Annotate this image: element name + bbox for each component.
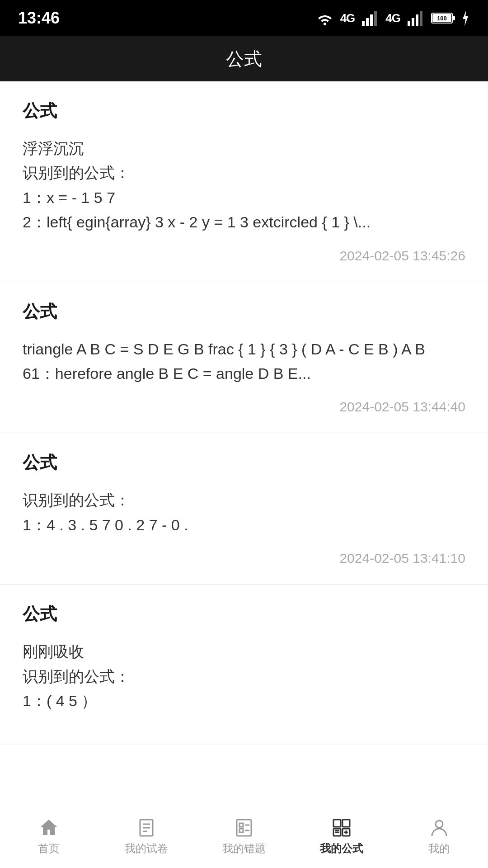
signal-bars-2	[406, 8, 426, 28]
status-bar: 13:46 4G 4G 100	[0, 0, 488, 36]
signal-bars-1	[360, 8, 380, 28]
exams-icon	[136, 818, 156, 838]
svg-rect-23	[343, 820, 350, 827]
formula-tag-2: 公式	[23, 300, 465, 323]
battery-icon: 100	[431, 11, 455, 25]
tab-exams-label: 我的试卷	[125, 841, 168, 856]
formula-card-4[interactable]: 公式 刚刚吸收 识别到的公式： 1：( 4 5 ）	[0, 585, 488, 745]
svg-marker-12	[463, 10, 468, 26]
formula-content-4: 刚刚吸收 识别到的公式： 1：( 4 5 ）	[23, 639, 465, 713]
content-area: 公式 浮浮沉沉 识别到的公式： 1：x = - 1 5 7 2：left{ eg…	[0, 81, 488, 805]
formula-content-2: triangle A B C = S D E G B frac { 1 } { …	[23, 337, 465, 386]
svg-rect-7	[420, 11, 422, 26]
formula-card-2[interactable]: 公式 triangle A B C = S D E G B frac { 1 }…	[0, 282, 488, 434]
tab-exams[interactable]: 我的试卷	[98, 818, 195, 856]
nav-title: 公式	[226, 47, 262, 71]
formula-content-1: 浮浮沉沉 识别到的公式： 1：x = - 1 5 7 2：left{ egin{…	[23, 136, 465, 235]
formula-time-1: 2024-02-05 13:45:26	[23, 248, 465, 264]
svg-rect-1	[366, 18, 369, 26]
errors-icon	[234, 818, 254, 838]
svg-rect-19	[239, 829, 243, 832]
nav-bar: 公式	[0, 36, 488, 81]
home-icon	[39, 818, 59, 838]
tab-bar: 首页 我的试卷 我的错题	[0, 805, 488, 868]
formula-time-3: 2024-02-05 13:41:10	[23, 551, 465, 566]
tab-home-label: 首页	[38, 841, 60, 856]
formulas-icon	[332, 818, 352, 838]
tab-errors[interactable]: 我的错题	[195, 818, 293, 856]
formula-tag-1: 公式	[23, 99, 465, 123]
wifi-icon	[315, 8, 335, 28]
formula-tag-4: 公式	[23, 603, 465, 626]
svg-rect-3	[374, 11, 377, 26]
status-icons: 4G 4G 100	[315, 8, 470, 28]
svg-rect-22	[333, 820, 341, 827]
formula-card-1[interactable]: 公式 浮浮沉沉 识别到的公式： 1：x = - 1 5 7 2：left{ eg…	[0, 81, 488, 282]
status-time: 13:46	[18, 9, 60, 28]
formula-time-2: 2024-02-05 13:44:40	[23, 399, 465, 415]
svg-rect-6	[416, 14, 418, 26]
svg-rect-18	[239, 823, 243, 827]
svg-rect-4	[408, 21, 410, 26]
svg-rect-5	[412, 18, 414, 26]
svg-rect-10	[453, 16, 455, 20]
svg-rect-2	[370, 14, 373, 26]
formula-tag-3: 公式	[23, 451, 465, 474]
charging-icon	[461, 10, 470, 26]
formula-content-3: 识别到的公式： 1：4 . 3 . 5 7 0 . 2 7 - 0 .	[23, 488, 465, 537]
mine-icon	[429, 818, 449, 838]
svg-rect-17	[237, 820, 251, 836]
signal-4g-2: 4G	[385, 11, 400, 25]
tab-mine[interactable]: 我的	[390, 818, 488, 856]
svg-text:100: 100	[437, 15, 447, 22]
svg-rect-0	[362, 21, 365, 26]
tab-home[interactable]: 首页	[0, 818, 98, 856]
svg-point-30	[436, 821, 443, 828]
tab-formulas-label: 我的公式	[320, 841, 363, 856]
tab-errors-label: 我的错题	[222, 841, 266, 856]
tab-formulas[interactable]: 我的公式	[293, 818, 390, 856]
signal-4g-1: 4G	[340, 11, 355, 25]
formula-card-3[interactable]: 公式 识别到的公式： 1：4 . 3 . 5 7 0 . 2 7 - 0 . 2…	[0, 433, 488, 585]
tab-mine-label: 我的	[428, 841, 450, 856]
